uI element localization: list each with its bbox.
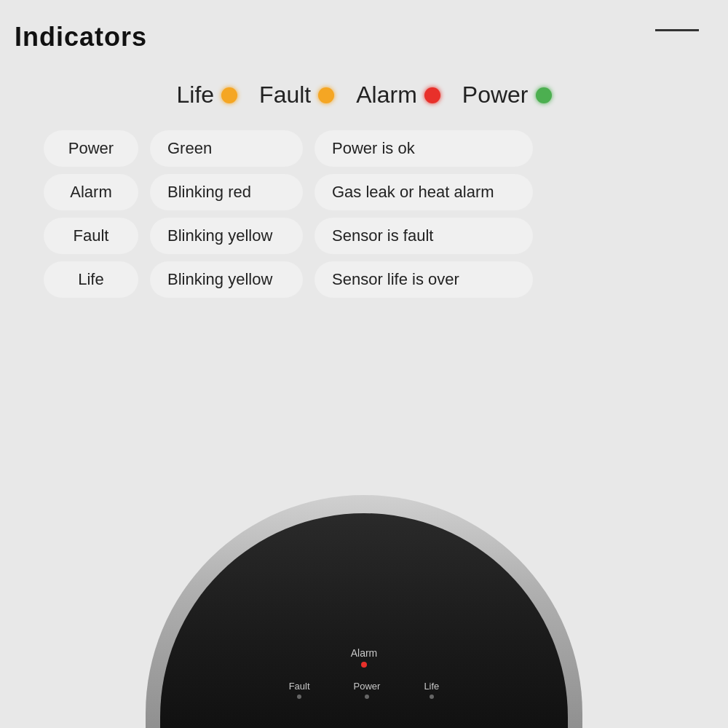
header-line xyxy=(655,29,699,31)
table-row: Life Blinking yellow Sensor life is over xyxy=(44,261,684,298)
page-title: Indicators xyxy=(15,22,147,52)
alarm-indicator-group: Alarm xyxy=(351,647,378,675)
row1-col3: Power is ok xyxy=(314,130,533,167)
device-power-dot xyxy=(365,695,369,699)
device-fault-dot xyxy=(297,695,301,699)
row2-col2: Blinking red xyxy=(150,174,303,210)
device-fault-group: Fault xyxy=(289,681,310,699)
page-container: Indicators Life Fault Alarm Power Power … xyxy=(0,0,728,728)
alarm-led xyxy=(424,87,440,103)
row4-col3: Sensor life is over xyxy=(314,261,533,298)
row3-col3: Sensor is fault xyxy=(314,218,533,254)
life-label: Life xyxy=(177,82,215,108)
device-power-group: Power xyxy=(354,681,381,699)
life-led xyxy=(221,87,237,103)
indicator-life: Life xyxy=(177,82,238,108)
indicator-alarm: Alarm xyxy=(356,82,440,108)
device-section: Alarm Fault Power Life xyxy=(109,459,619,728)
power-label: Power xyxy=(462,82,529,108)
row3-col2: Blinking yellow xyxy=(150,218,303,254)
device-alarm-label: Alarm xyxy=(351,647,378,659)
row3-col1: Fault xyxy=(44,218,138,254)
device-life-label: Life xyxy=(424,681,439,692)
device-alarm-dot xyxy=(361,662,367,668)
device-bottom-labels: Fault Power Life xyxy=(289,681,440,699)
row2-col1: Alarm xyxy=(44,174,138,210)
table-row: Alarm Blinking red Gas leak or heat alar… xyxy=(44,174,684,210)
fault-label: Fault xyxy=(259,82,311,108)
header: Indicators xyxy=(0,0,728,60)
row4-col2: Blinking yellow xyxy=(150,261,303,298)
fault-led xyxy=(318,87,334,103)
row2-col3: Gas leak or heat alarm xyxy=(314,174,533,210)
table-section: Power Green Power is ok Alarm Blinking r… xyxy=(0,123,728,320)
device-inner: Alarm Fault Power Life xyxy=(160,513,568,728)
row4-col1: Life xyxy=(44,261,138,298)
device-life-group: Life xyxy=(424,681,439,699)
table-row: Power Green Power is ok xyxy=(44,130,684,167)
row1-col2: Green xyxy=(150,130,303,167)
power-led xyxy=(536,87,552,103)
table-row: Fault Blinking yellow Sensor is fault xyxy=(44,218,684,254)
indicator-fault: Fault xyxy=(259,82,334,108)
device-power-label: Power xyxy=(354,681,381,692)
alarm-label: Alarm xyxy=(356,82,417,108)
row1-col1: Power xyxy=(44,130,138,167)
device-fault-label: Fault xyxy=(289,681,310,692)
device-life-dot xyxy=(430,695,434,699)
indicators-row: Life Fault Alarm Power xyxy=(0,60,728,123)
device-outer: Alarm Fault Power Life xyxy=(146,495,582,728)
indicator-power: Power xyxy=(462,82,552,108)
